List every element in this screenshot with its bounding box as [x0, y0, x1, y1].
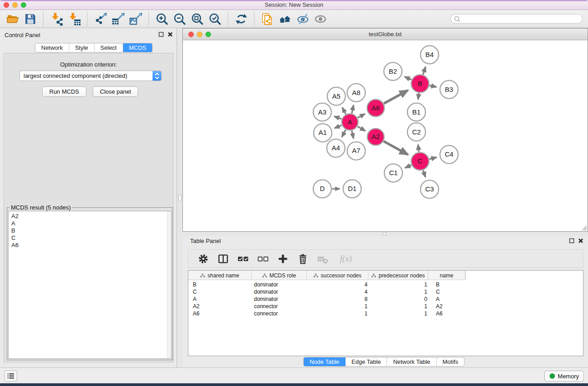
- task-history-button[interactable]: [5, 371, 17, 381]
- network-canvas[interactable]: AA6A2BCA5A8A3A1A4A7B4B2B3B1C2C4C1C3DD1: [183, 41, 588, 231]
- graph-edge-A-A2[interactable]: [358, 126, 365, 131]
- column-settings-button[interactable]: [196, 252, 211, 266]
- graph-edge-A-A6[interactable]: [358, 114, 365, 118]
- column-header-successor-nodes[interactable]: successor nodes: [307, 271, 368, 280]
- graph-node-A6[interactable]: A6: [367, 100, 384, 117]
- select-all-columns-button[interactable]: [235, 252, 251, 266]
- home-views-button[interactable]: [276, 11, 294, 27]
- mcds-result-item[interactable]: A2: [9, 213, 171, 220]
- graph-node-A5[interactable]: A5: [327, 87, 345, 105]
- vertical-splitter-handle[interactable]: [178, 195, 182, 201]
- graph-edge-B-B2[interactable]: [405, 76, 411, 80]
- hide-graphics-details-button[interactable]: [294, 11, 311, 27]
- graph-node-A2[interactable]: A2: [368, 129, 384, 145]
- run-mcds-button[interactable]: Run MCDS: [42, 86, 86, 97]
- graph-node-C[interactable]: C: [411, 152, 429, 170]
- export-image-button[interactable]: [127, 11, 144, 27]
- graph-node-C1[interactable]: C1: [384, 164, 402, 182]
- graph-edge-A-A1[interactable]: [335, 125, 342, 128]
- tab-motifs[interactable]: Motifs: [436, 357, 464, 366]
- graph-node-D[interactable]: D: [313, 180, 331, 198]
- tab-network-table[interactable]: Network Table: [387, 357, 436, 366]
- network-window-titlebar[interactable]: testGlobe.txt: [183, 29, 588, 40]
- column-header-name[interactable]: name: [428, 271, 465, 280]
- window-resize-grip[interactable]: [581, 224, 587, 231]
- delete-columns-button[interactable]: [295, 252, 311, 266]
- graph-edge-C-C1[interactable]: [405, 165, 411, 168]
- table-row[interactable]: Adominator80A: [188, 295, 583, 303]
- graph-edge-B-B1[interactable]: [418, 93, 419, 100]
- graph-node-A4[interactable]: A4: [327, 139, 345, 157]
- graph-node-A8[interactable]: A8: [347, 84, 365, 102]
- zoom-selected-button[interactable]: [206, 11, 224, 27]
- mcds-result-item[interactable]: A: [9, 220, 171, 227]
- float-panel-icon[interactable]: [569, 238, 574, 243]
- graph-edge-B-B3[interactable]: [430, 86, 437, 87]
- graph-edge-C-C4[interactable]: [429, 157, 436, 159]
- import-network-button[interactable]: [48, 11, 65, 27]
- graph-node-B4[interactable]: B4: [421, 46, 439, 64]
- column-header-predecessor-nodes[interactable]: predecessor nodes: [368, 271, 428, 280]
- graph-edge-A-A3[interactable]: [334, 116, 341, 119]
- show-graphics-details-button[interactable]: [311, 11, 329, 27]
- mcds-result-list[interactable]: A2ABCA6: [8, 211, 172, 359]
- search-box[interactable]: [450, 14, 583, 24]
- table-row[interactable]: Cdominator41C: [188, 288, 583, 295]
- graph-edge-A2-C[interactable]: [384, 141, 408, 154]
- network-from-file-button[interactable]: [258, 11, 276, 27]
- zoom-out-button[interactable]: [171, 11, 188, 27]
- result-scrollbar[interactable]: [167, 211, 171, 358]
- graph-node-A[interactable]: A: [342, 114, 358, 130]
- mcds-result-item[interactable]: A6: [9, 242, 171, 249]
- graph-edge-B-B4[interactable]: [423, 67, 426, 75]
- import-table-button[interactable]: [65, 11, 83, 27]
- graph-node-C4[interactable]: C4: [440, 145, 458, 163]
- save-session-button[interactable]: [21, 11, 39, 27]
- tab-select[interactable]: Select: [94, 43, 123, 52]
- tab-style[interactable]: Style: [69, 43, 94, 52]
- graph-edge-A6-B[interactable]: [384, 91, 408, 104]
- export-network-button[interactable]: [91, 11, 109, 27]
- mcds-result-item[interactable]: C: [9, 234, 171, 242]
- toggle-panel-layout-button[interactable]: [215, 252, 231, 266]
- column-header-MCDS-role[interactable]: MCDS role: [252, 271, 307, 280]
- open-session-button[interactable]: [4, 11, 21, 27]
- graph-node-B1[interactable]: B1: [407, 103, 425, 121]
- graph-node-A7[interactable]: A7: [347, 142, 365, 160]
- graph-node-B3[interactable]: B3: [440, 81, 458, 99]
- table-row[interactable]: A2connector11A2: [188, 303, 583, 310]
- deselect-all-columns-button[interactable]: [255, 252, 271, 266]
- graph-edge-A-A5[interactable]: [342, 108, 346, 114]
- graph-node-C2[interactable]: C2: [407, 123, 425, 141]
- table-row[interactable]: Bdominator41B: [188, 281, 583, 288]
- graph-edge-A-A8[interactable]: [352, 105, 354, 113]
- graph-node-B2[interactable]: B2: [384, 62, 402, 81]
- search-input[interactable]: [461, 15, 582, 23]
- close-panel-button[interactable]: Close panel: [93, 86, 139, 97]
- tab-edge-table[interactable]: Edge Table: [345, 357, 387, 366]
- criterion-select[interactable]: largest connected component (directed): [19, 71, 162, 81]
- horizontal-splitter-handle[interactable]: [382, 232, 386, 235]
- graph-edge-A-A4[interactable]: [342, 130, 346, 137]
- graph-edge-C-C2[interactable]: [418, 144, 419, 152]
- graph-node-C3[interactable]: C3: [421, 180, 439, 198]
- graph-node-B[interactable]: B: [411, 75, 429, 92]
- close-panel-icon[interactable]: [167, 32, 173, 37]
- close-panel-icon[interactable]: [578, 238, 583, 243]
- float-panel-icon[interactable]: [158, 32, 164, 37]
- graph-edge-C-C3[interactable]: [423, 170, 425, 177]
- tab-node-table[interactable]: Node Table: [304, 357, 345, 366]
- export-table-button[interactable]: [109, 11, 127, 27]
- tab-network[interactable]: Network: [35, 43, 69, 52]
- memory-button[interactable]: Memory: [545, 371, 584, 381]
- tab-mcds[interactable]: MCDS: [123, 43, 152, 52]
- mcds-result-item[interactable]: B: [9, 227, 171, 234]
- zoom-in-button[interactable]: [153, 11, 171, 27]
- graph-edge-A-A7[interactable]: [352, 131, 354, 138]
- zoom-fit-button[interactable]: [188, 11, 206, 27]
- refresh-button[interactable]: [232, 11, 250, 27]
- table-row[interactable]: A6connector11A6: [188, 310, 583, 317]
- column-header-shared-name[interactable]: shared name: [188, 271, 252, 280]
- graph-node-D1[interactable]: D1: [343, 180, 361, 198]
- graph-node-A3[interactable]: A3: [313, 103, 331, 121]
